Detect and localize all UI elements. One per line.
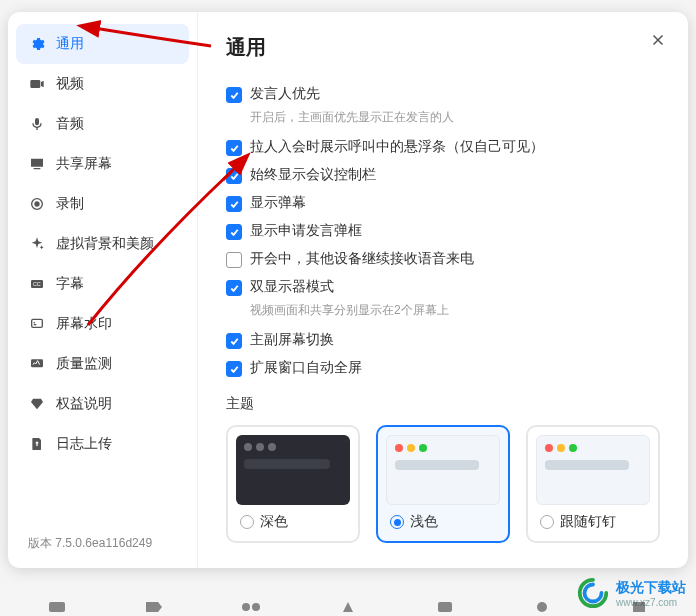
option-float-bar[interactable]: 拉人入会时展示呼叫中的悬浮条（仅自己可见） [226, 138, 660, 156]
version-text: 版本 7.5.0.6ea116d249 [16, 527, 189, 556]
option-label: 扩展窗口自动全屏 [250, 359, 362, 377]
bottom-toolbar-hint [8, 576, 688, 616]
monitor-icon [28, 355, 46, 373]
option-show-danmaku[interactable]: 显示弹幕 [226, 194, 660, 212]
sidebar-item-virtual-bg[interactable]: 虚拟背景和美颜 [16, 224, 189, 264]
sidebar-item-record[interactable]: 录制 [16, 184, 189, 224]
checkbox-icon-checked[interactable] [226, 361, 242, 377]
option-dual-monitor[interactable]: 双显示器模式 [226, 278, 660, 296]
checkbox-icon-checked[interactable] [226, 224, 242, 240]
svg-rect-11 [633, 602, 645, 612]
theme-card-follow[interactable]: 跟随钉钉 [526, 425, 660, 543]
sidebar-item-label: 通用 [56, 35, 84, 53]
settings-main: 通用 发言人优先 开启后，主画面优先显示正在发言的人 拉人入会时展示呼叫中的悬浮… [198, 12, 688, 568]
svg-rect-5 [31, 359, 43, 367]
option-desc: 开启后，主画面优先显示正在发言的人 [250, 109, 660, 126]
sidebar-item-label: 权益说明 [56, 395, 112, 413]
sidebar-item-label: 视频 [56, 75, 84, 93]
screen-share-icon [28, 155, 46, 173]
gear-icon [28, 35, 46, 53]
radio-icon[interactable] [540, 515, 554, 529]
checkbox-icon-checked[interactable] [226, 333, 242, 349]
option-label: 显示申请发言弹框 [250, 222, 362, 240]
subtitle-icon: CC [28, 275, 46, 293]
sidebar-item-label: 录制 [56, 195, 84, 213]
option-extend-fullscreen[interactable]: 扩展窗口自动全屏 [226, 359, 660, 377]
sidebar-item-label: 虚拟背景和美颜 [56, 235, 154, 253]
radio-icon-selected[interactable] [390, 515, 404, 529]
theme-preview [386, 435, 500, 505]
checkbox-icon-checked[interactable] [226, 168, 242, 184]
theme-card-dark[interactable]: 深色 [226, 425, 360, 543]
upload-log-icon [28, 435, 46, 453]
sidebar-item-quality[interactable]: 质量监测 [16, 344, 189, 384]
checkbox-icon-checked[interactable] [226, 140, 242, 156]
option-desc: 视频画面和共享分别显示在2个屏幕上 [250, 302, 660, 319]
sidebar-item-label: 质量监测 [56, 355, 112, 373]
option-label: 发言人优先 [250, 85, 320, 103]
page-title: 通用 [226, 34, 660, 61]
sidebar-item-label: 共享屏幕 [56, 155, 112, 173]
traffic-lights-icon [395, 444, 427, 452]
sparkle-icon [28, 235, 46, 253]
sidebar-item-subtitle[interactable]: CC 字幕 [16, 264, 189, 304]
theme-label: 跟随钉钉 [560, 513, 616, 531]
settings-sidebar: 通用 视频 音频 共享屏幕 [8, 12, 198, 568]
sidebar-item-screen-share[interactable]: 共享屏幕 [16, 144, 189, 184]
option-show-request-popup[interactable]: 显示申请发言弹框 [226, 222, 660, 240]
diamond-icon [28, 395, 46, 413]
option-label: 始终显示会议控制栏 [250, 166, 376, 184]
option-label: 拉人入会时展示呼叫中的悬浮条（仅自己可见） [250, 138, 544, 156]
option-swap-screens[interactable]: 主副屏幕切换 [226, 331, 660, 349]
sidebar-item-label: 屏幕水印 [56, 315, 112, 333]
theme-options: 深色 浅色 跟随钉钉 [226, 425, 660, 543]
option-label: 双显示器模式 [250, 278, 334, 296]
svg-rect-9 [438, 602, 452, 612]
checkbox-icon-checked[interactable] [226, 196, 242, 212]
sidebar-item-general[interactable]: 通用 [16, 24, 189, 64]
sidebar-item-label: 日志上传 [56, 435, 112, 453]
watermark-icon [28, 315, 46, 333]
theme-preview [236, 435, 350, 505]
option-continue-voice-calls[interactable]: 开会中，其他设备继续接收语音来电 [226, 250, 660, 268]
option-label: 主副屏幕切换 [250, 331, 334, 349]
sidebar-item-label: 音频 [56, 115, 84, 133]
theme-card-light[interactable]: 浅色 [376, 425, 510, 543]
svg-rect-4 [32, 319, 43, 327]
option-always-show-controls[interactable]: 始终显示会议控制栏 [226, 166, 660, 184]
traffic-lights-icon [244, 443, 276, 451]
svg-text:CC: CC [33, 281, 41, 287]
svg-rect-6 [49, 602, 65, 612]
theme-label: 浅色 [410, 513, 438, 531]
radio-icon[interactable] [240, 515, 254, 529]
traffic-lights-icon [545, 444, 577, 452]
record-icon [28, 195, 46, 213]
checkbox-icon[interactable] [226, 252, 242, 268]
theme-section-label: 主题 [226, 395, 660, 413]
close-button[interactable] [644, 26, 672, 54]
sidebar-item-label: 字幕 [56, 275, 84, 293]
option-label: 显示弹幕 [250, 194, 306, 212]
microphone-icon [28, 115, 46, 133]
settings-dialog: 通用 视频 音频 共享屏幕 [8, 12, 688, 568]
checkbox-icon-checked[interactable] [226, 87, 242, 103]
sidebar-item-video[interactable]: 视频 [16, 64, 189, 104]
svg-point-10 [537, 602, 547, 612]
svg-point-8 [252, 603, 260, 611]
svg-point-7 [242, 603, 250, 611]
theme-preview [536, 435, 650, 505]
sidebar-item-audio[interactable]: 音频 [16, 104, 189, 144]
checkbox-icon-checked[interactable] [226, 280, 242, 296]
option-label: 开会中，其他设备继续接收语音来电 [250, 250, 474, 268]
sidebar-item-log-upload[interactable]: 日志上传 [16, 424, 189, 464]
sidebar-item-watermark[interactable]: 屏幕水印 [16, 304, 189, 344]
video-icon [28, 75, 46, 93]
sidebar-list: 通用 视频 音频 共享屏幕 [16, 24, 189, 527]
option-speaker-priority[interactable]: 发言人优先 [226, 85, 660, 103]
theme-label: 深色 [260, 513, 288, 531]
sidebar-item-rights[interactable]: 权益说明 [16, 384, 189, 424]
svg-point-1 [35, 202, 39, 206]
